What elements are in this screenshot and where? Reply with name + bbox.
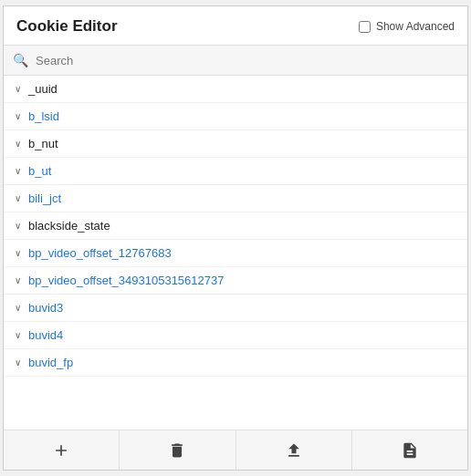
chevron-icon: ∨ <box>15 248 21 258</box>
toolbar <box>4 429 467 470</box>
cookie-name-label: buvid3 <box>28 301 63 315</box>
cookie-list-item[interactable]: ∨buvid4 <box>4 322 467 349</box>
cookie-name-label: b_ut <box>28 164 51 178</box>
extension-panel: Cookie Editor Show Advanced 🔍 ∨_uuid∨b_l… <box>3 5 468 471</box>
cookie-name-label: blackside_state <box>28 219 110 233</box>
delete-icon <box>168 441 186 460</box>
show-advanced-checkbox[interactable] <box>359 21 371 33</box>
cookie-name-label: bp_video_offset_3493105315612737 <box>28 274 224 287</box>
cookie-name-label: b_nut <box>28 137 58 150</box>
export-icon <box>401 441 419 460</box>
cookie-list: ∨_uuid∨b_lsid∨b_nut∨b_ut∨bili_jct∨blacks… <box>4 76 467 429</box>
cookie-list-item[interactable]: ∨bp_video_offset_3493105315612737 <box>4 267 467 295</box>
header: Cookie Editor Show Advanced <box>4 6 467 46</box>
cookie-list-item[interactable]: ∨bp_video_offset_12767683 <box>4 240 467 267</box>
chevron-icon: ∨ <box>15 303 21 313</box>
chevron-icon: ∨ <box>15 84 21 94</box>
import-cookie-button[interactable] <box>236 430 352 470</box>
cookie-name-label: buvid_fp <box>28 356 73 369</box>
cookie-name-label: bili_jct <box>28 191 61 205</box>
cookie-list-item[interactable]: ∨b_ut <box>4 158 467 185</box>
cookie-name-label: _uuid <box>28 82 58 96</box>
add-icon <box>52 441 70 460</box>
chevron-icon: ∨ <box>15 357 21 367</box>
delete-cookie-button[interactable] <box>120 430 236 470</box>
cookie-list-item[interactable]: ∨b_nut <box>4 130 467 158</box>
export-cookie-button[interactable] <box>352 430 467 470</box>
cookie-list-item[interactable]: ∨buvid_fp <box>4 349 467 377</box>
import-icon <box>285 441 303 460</box>
cookie-list-item[interactable]: ∨_uuid <box>4 76 467 103</box>
show-advanced-label[interactable]: Show Advanced <box>359 20 455 33</box>
cookie-list-item[interactable]: ∨bili_jct <box>4 185 467 212</box>
chevron-icon: ∨ <box>15 275 21 285</box>
cookie-name-label: buvid4 <box>28 328 63 342</box>
cookie-name-label: bp_video_offset_12767683 <box>28 246 172 260</box>
chevron-icon: ∨ <box>15 166 21 176</box>
show-advanced-text: Show Advanced <box>376 20 455 33</box>
page-title: Cookie Editor <box>16 17 118 36</box>
search-bar: 🔍 <box>4 46 467 76</box>
chevron-icon: ∨ <box>15 330 21 340</box>
search-icon: 🔍 <box>13 53 28 67</box>
chevron-icon: ∨ <box>15 193 21 203</box>
chevron-icon: ∨ <box>15 221 21 231</box>
add-cookie-button[interactable] <box>4 430 120 470</box>
cookie-list-item[interactable]: ∨blackside_state <box>4 212 467 240</box>
chevron-icon: ∨ <box>15 111 21 121</box>
cookie-list-item[interactable]: ∨b_lsid <box>4 103 467 130</box>
chevron-icon: ∨ <box>15 139 21 149</box>
cookie-name-label: b_lsid <box>28 109 59 123</box>
cookie-list-item[interactable]: ∨buvid3 <box>4 295 467 322</box>
search-input[interactable] <box>36 54 458 67</box>
